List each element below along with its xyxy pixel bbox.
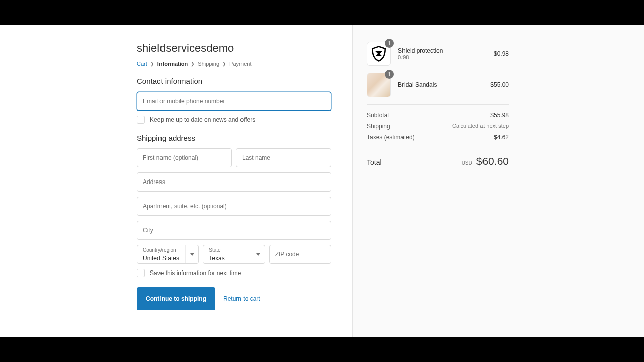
save-info-checkbox[interactable] [137,269,145,277]
country-value: United States [143,255,179,262]
shield-icon [370,45,387,62]
continue-button[interactable]: Continue to shipping [137,287,215,310]
chevron-down-icon [185,245,198,263]
chevron-right-icon: ❯ [191,61,195,66]
shipping-cost-label: Shipping [367,123,390,130]
line-item: 1 Bridal Sandals $55.00 [367,73,509,97]
store-title: shieldservicesdemo [137,42,331,55]
subtotal-label: Subtotal [367,112,389,119]
shipping-cost-value: Calculated at next step [452,123,509,130]
product-thumbnail: 1 [367,73,391,97]
total-currency: USD [462,160,472,166]
taxes-label: Taxes (estimated) [367,134,415,141]
breadcrumb-payment: Payment [229,61,251,67]
email-field[interactable] [137,92,331,111]
item-name: Shield protection [398,47,487,54]
item-variant: 0.98 [398,54,487,60]
subtotal-value: $55.98 [490,112,509,119]
divider [367,148,509,148]
last-name-field[interactable] [236,148,331,167]
city-field[interactable] [137,221,331,240]
breadcrumb-cart[interactable]: Cart [137,61,147,67]
breadcrumb: Cart ❯ Information ❯ Shipping ❯ Payment [137,61,331,67]
breadcrumb-information: Information [157,61,188,67]
quantity-badge: 1 [385,70,394,79]
newsletter-label: Keep me up to date on news and offers [150,116,255,123]
letterbox-top [0,0,644,25]
address-field[interactable] [137,172,331,192]
left-panel: shieldservicesdemo Cart ❯ Information ❯ … [0,25,352,337]
product-thumbnail: 1 [367,42,391,66]
country-select[interactable]: Country/region United States [137,245,199,264]
divider [367,104,509,105]
taxes-value: $4.62 [494,134,509,141]
chevron-right-icon: ❯ [222,61,226,66]
item-price: $55.00 [490,81,509,88]
zip-field[interactable] [269,245,331,264]
save-info-label: Save this information for next time [150,269,241,277]
first-name-field[interactable] [137,148,232,167]
shipping-title: Shipping address [137,134,331,142]
quantity-badge: 1 [385,39,394,48]
checkout-content: shieldservicesdemo Cart ❯ Information ❯ … [0,25,644,337]
apartment-field[interactable] [137,197,331,216]
total-label: Total [367,158,382,166]
line-item: 1 Shield protection 0.98 $0.98 [367,42,509,66]
state-select[interactable]: State Texas [203,245,265,264]
contact-title: Contact information [137,77,331,85]
letterbox-bottom [0,337,644,362]
chevron-right-icon: ❯ [150,61,154,66]
item-name: Bridal Sandals [398,81,483,88]
newsletter-checkbox[interactable] [137,116,145,124]
state-value: Texas [209,255,224,262]
total-amount: $60.60 [476,155,509,167]
item-price: $0.98 [494,50,509,57]
breadcrumb-shipping: Shipping [198,61,219,67]
chevron-down-icon [252,245,265,263]
return-to-cart-link[interactable]: Return to cart [223,295,260,302]
order-summary: 1 Shield protection 0.98 $0.98 1 Bridal … [352,25,644,337]
